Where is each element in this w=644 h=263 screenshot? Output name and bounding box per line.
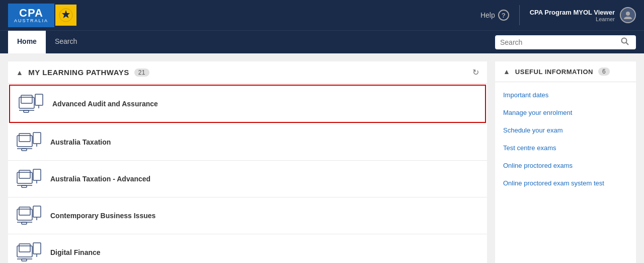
secondary-navigation: Home Search	[0, 30, 644, 53]
svg-rect-20	[22, 185, 27, 187]
svg-rect-5	[21, 95, 32, 103]
useful-link-manage-enrolment[interactable]: Manage your enrolment	[495, 104, 636, 121]
svg-rect-30	[33, 243, 41, 254]
cpa-badge	[55, 5, 76, 26]
pathway-device-icon	[16, 131, 42, 153]
pathways-count: 21	[134, 69, 149, 77]
pathway-item-australia-taxation[interactable]: Australia Taxation	[8, 124, 487, 161]
svg-rect-32	[22, 259, 27, 261]
help-label: Help	[480, 11, 495, 19]
useful-link-schedule-exam[interactable]: Schedule your exam	[495, 121, 636, 139]
help-icon[interactable]: ?	[498, 10, 509, 21]
pathway-name-advanced-audit: Advanced Audit and Assurance	[52, 100, 158, 108]
useful-info-count: 6	[598, 68, 610, 76]
help-section[interactable]: Help ?	[480, 10, 509, 21]
search-bar	[495, 35, 636, 49]
nav-search[interactable]: Search	[46, 31, 86, 53]
pathway-device-icon	[16, 205, 42, 227]
svg-rect-29	[19, 244, 30, 252]
svg-line-3	[626, 42, 629, 45]
search-submit-button[interactable]	[619, 37, 631, 47]
pathway-item-advanced-audit[interactable]: Advanced Audit and Assurance	[9, 85, 486, 123]
top-navigation: CPA AUSTRALIA Help ? CPA Program MYOL Vi…	[0, 0, 644, 30]
user-role: Learner	[596, 16, 615, 22]
user-avatar[interactable]	[620, 7, 636, 23]
user-info: CPA Program MYOL Viewer Learner	[530, 9, 615, 22]
pathway-name-contemporary-business: Contemporary Business Issues	[50, 212, 155, 220]
svg-rect-24	[33, 206, 41, 217]
user-section[interactable]: CPA Program MYOL Viewer Learner	[530, 7, 636, 23]
svg-rect-8	[24, 110, 29, 112]
svg-point-1	[626, 12, 630, 16]
svg-rect-17	[19, 170, 30, 178]
cpa-logo: CPA AUSTRALIA	[8, 4, 54, 27]
pathway-device-icon	[16, 168, 42, 190]
svg-rect-18	[33, 169, 41, 180]
useful-link-system-test[interactable]: Online proctored exam system test	[495, 174, 636, 192]
learning-pathways-panel: ▲ MY LEARNING PATHWAYS 21 ↻ Advanced Aud…	[8, 61, 487, 263]
top-nav-right: Help ? CPA Program MYOL Viewer Learner	[480, 5, 636, 25]
svg-rect-12	[33, 133, 41, 144]
pathway-device-icon	[18, 93, 44, 115]
pathway-name-digital-finance: Digital Finance	[50, 248, 101, 256]
logo-area: CPA AUSTRALIA	[8, 4, 76, 27]
useful-collapse-icon[interactable]: ▲	[503, 68, 510, 76]
main-content: ▲ MY LEARNING PATHWAYS 21 ↻ Advanced Aud…	[0, 53, 644, 263]
search-input[interactable]	[500, 38, 619, 46]
pathway-name-australia-taxation-advanced: Australia Taxation - Advanced	[50, 175, 150, 183]
svg-rect-6	[35, 94, 43, 105]
svg-rect-26	[22, 222, 27, 224]
section-title: ▲ MY LEARNING PATHWAYS 21	[16, 68, 149, 77]
pathway-name-australia-taxation: Australia Taxation	[50, 138, 111, 146]
useful-link-test-centre[interactable]: Test centre exams	[495, 139, 636, 157]
useful-link-online-proctored[interactable]: Online proctored exams	[495, 157, 636, 174]
collapse-icon[interactable]: ▲	[16, 69, 23, 77]
svg-rect-14	[22, 149, 27, 151]
pathway-item-contemporary-business[interactable]: Contemporary Business Issues	[8, 198, 487, 234]
learning-pathways-title: MY LEARNING PATHWAYS	[28, 68, 129, 77]
nav-home[interactable]: Home	[8, 31, 46, 53]
useful-information-panel: ▲ USEFUL INFORMATION 6 Important dates M…	[495, 61, 636, 263]
svg-rect-23	[19, 207, 30, 215]
pathway-item-australia-taxation-advanced[interactable]: Australia Taxation - Advanced	[8, 161, 487, 198]
refresh-icon[interactable]: ↻	[472, 68, 479, 77]
pathway-item-digital-finance[interactable]: Digital Finance	[8, 234, 487, 263]
useful-links-list: Important dates Manage your enrolment Sc…	[495, 82, 636, 196]
useful-link-important-dates[interactable]: Important dates	[495, 86, 636, 104]
useful-info-header: ▲ USEFUL INFORMATION 6	[495, 61, 636, 82]
useful-info-title: USEFUL INFORMATION	[515, 68, 593, 76]
svg-rect-11	[19, 134, 30, 142]
nav-divider	[519, 5, 520, 25]
learning-pathways-header: ▲ MY LEARNING PATHWAYS 21 ↻	[8, 61, 487, 84]
svg-point-2	[622, 38, 627, 43]
nav-links: Home Search	[8, 31, 86, 53]
pathway-device-icon	[16, 241, 42, 263]
user-name: CPA Program MYOL Viewer	[530, 9, 615, 16]
